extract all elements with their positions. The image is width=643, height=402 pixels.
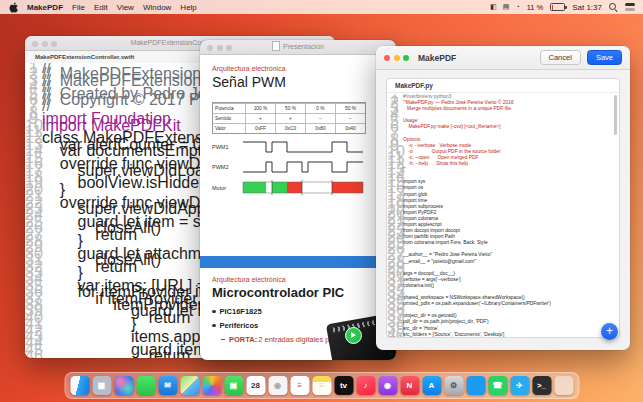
pwm-table: Potencia 100 % 50 % 0 % 50 % Sentido + +… <box>212 102 366 134</box>
slide-pwm[interactable]: Arquitectura electrónica Señal PWM Poten… <box>200 55 396 256</box>
dock-icon-finder[interactable] <box>70 376 89 395</box>
dock-icon-reminders[interactable]: ≡ <box>290 376 309 395</box>
menu-item[interactable]: View <box>117 3 134 12</box>
zoom-button[interactable] <box>226 45 232 51</box>
code-text: } <box>42 187 65 193</box>
dock-icon-settings[interactable]: ⚙ <box>444 376 463 395</box>
dock-icon-siri[interactable] <box>114 376 133 395</box>
page-gap <box>200 256 396 268</box>
code-text: src_folders = ['Source', 'Documents', 'D… <box>403 332 504 337</box>
dock-icon-maps[interactable] <box>180 376 199 395</box>
window-makepdf: MakePDF Cancel Save MakePDF.py 1 #!/usr/… <box>376 46 630 350</box>
waveform-label: PWM1 <box>212 144 242 150</box>
pwm-table-cell: − <box>305 114 335 123</box>
status-icons: ◧▤◔ <box>490 3 519 11</box>
dock-icon-tv[interactable]: tv <box>334 376 353 395</box>
code-text: } <box>42 238 83 244</box>
waveform-label: PWM2 <box>212 164 242 170</box>
minimize-button[interactable] <box>217 45 223 51</box>
code-text: from colorama import Fore, Back, Style <box>403 240 488 246</box>
slide-subtitle: Arquitectura electrónica <box>212 65 384 72</box>
dock-icon-contacts[interactable]: ◉ <box>268 376 287 395</box>
editor-traffic-lights <box>32 41 57 47</box>
code-text: super.viewDidLoad() <box>42 168 223 174</box>
menu-items: FileEditViewWindowHelp <box>72 3 197 12</box>
makepdf-title-bar[interactable]: MakePDF Cancel Save <box>376 46 630 70</box>
search-icon[interactable] <box>609 3 618 12</box>
code-text: } <box>42 270 83 276</box>
menu-item[interactable]: Help <box>180 3 196 12</box>
presentation-traffic-lights <box>207 45 232 51</box>
minimize-button[interactable] <box>394 55 400 61</box>
bullet-item: PIC16F1825 <box>212 307 384 316</box>
dock-icon-news[interactable]: N <box>400 376 419 395</box>
waveform-row-pwm2: PWM2 <box>212 160 384 174</box>
makepdf-code-area[interactable]: 1 #!/usr/bin/env python3 2 '''MakePDF.py… <box>387 94 613 337</box>
green-arrow-badge-icon <box>345 327 362 344</box>
makepdf-document-card: MakePDF.py 1 #!/usr/bin/env python3 2 ''… <box>386 78 620 338</box>
code-line: 40 src_folders = ['Source', 'Documents',… <box>387 332 613 337</box>
battery-icon[interactable] <box>550 3 565 11</box>
code-text: // <box>42 103 51 109</box>
menu-clock[interactable]: Sat 1:37 <box>572 3 602 12</box>
slide-title: Señal PWM <box>212 74 384 90</box>
pwm1-waveform <box>242 140 364 154</box>
pwm-table-row: Sentido + + − − <box>213 113 365 123</box>
status-icon-display[interactable]: ▤ <box>503 3 510 11</box>
save-button[interactable]: Save <box>587 50 622 65</box>
menu-app-name[interactable]: MakePDF <box>27 3 63 12</box>
dock-icon-podcasts[interactable]: ◉ <box>378 376 397 395</box>
dock-icon-trash[interactable] <box>554 376 573 395</box>
pwm-table-row: Valor 0xFF 0xC0 0x80 0x40 <box>213 123 365 133</box>
scrollbar-thumb[interactable] <box>614 95 617 135</box>
dock-icon-music[interactable]: ♪ <box>356 376 375 395</box>
zoom-button[interactable] <box>51 41 57 47</box>
makepdf-traffic-lights <box>384 55 409 61</box>
slide-pic[interactable]: Arquitectura electrónica Microcontrolado… <box>200 268 396 360</box>
dock-icon-terminal[interactable]: >_ <box>532 376 551 395</box>
add-document-button[interactable]: + <box>601 323 618 340</box>
status-icon-shortcuts[interactable]: ◧ <box>490 3 497 11</box>
pwm-table-cell: 50 % <box>275 104 305 113</box>
code-text: // MakePDFExtension <box>42 78 201 84</box>
menu-item[interactable]: Window <box>143 3 171 12</box>
status-icon-timemachine[interactable]: ◔ <box>515 3 519 11</box>
code-text: __email__ = "pvieito@gmail.com" <box>403 259 476 265</box>
code-text: -h, --help Show this help <box>403 161 468 167</box>
menu-item[interactable]: Edit <box>94 3 108 12</box>
dock-icon-whatsapp[interactable]: ☎ <box>488 376 507 395</box>
zoom-button[interactable] <box>403 55 409 61</box>
control-center-icon[interactable] <box>625 3 635 11</box>
pwm-table-cell: 50 % <box>335 104 365 113</box>
minimize-button[interactable] <box>42 41 48 47</box>
dock-icon-telegram[interactable]: ✈ <box>510 376 529 395</box>
dock-icon-twitter[interactable] <box>466 376 485 395</box>
document-proxy-icon <box>272 41 280 51</box>
dock-icon-appstore[interactable]: A <box>422 376 441 395</box>
menu-item[interactable]: File <box>72 3 85 12</box>
dock-icon-calendar[interactable]: 28 <box>246 376 265 395</box>
cancel-button[interactable]: Cancel <box>540 50 581 65</box>
battery-percent: 11 % <box>527 3 544 12</box>
close-button[interactable] <box>207 45 213 51</box>
dock-icon-photos[interactable] <box>202 376 221 395</box>
bullet-icon <box>212 324 216 328</box>
pwm-table-label: Potencia <box>213 104 245 113</box>
dock-icon-launchpad[interactable]: ▦ <box>92 376 111 395</box>
close-button[interactable] <box>32 41 38 47</box>
dock-icon-messages[interactable] <box>136 376 155 395</box>
code-text: import MakePDFKit <box>42 123 181 129</box>
presentation-title-bar[interactable]: Presentación <box>200 40 396 55</box>
makepdf-file-label: MakePDF.py <box>395 82 433 89</box>
pwm-table-cell: 0x80 <box>305 124 335 133</box>
pwm-table-cell: + <box>245 114 275 123</box>
dock-icon-notes[interactable]: ≡ <box>312 376 331 395</box>
editor-file-label[interactable]: MakePDFExtensionController.swift <box>35 54 134 60</box>
slide-subtitle: Arquitectura electrónica <box>212 276 384 283</box>
apple-menu-icon[interactable] <box>9 2 18 13</box>
close-button[interactable] <box>384 55 390 61</box>
dock-icon-facetime[interactable]: ▣ <box>224 376 243 395</box>
code-text: return <box>42 353 190 358</box>
pwm-table-label: Sentido <box>213 114 245 123</box>
dock-icon-mail[interactable]: ✉ <box>158 376 177 395</box>
